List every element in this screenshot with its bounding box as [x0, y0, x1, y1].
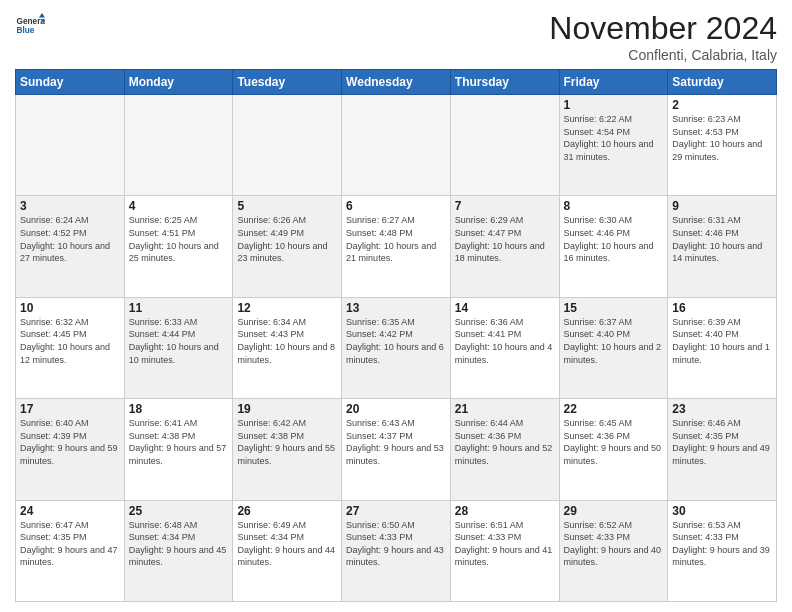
day-number: 6	[346, 199, 446, 213]
table-row: 22Sunrise: 6:45 AM Sunset: 4:36 PM Dayli…	[559, 399, 668, 500]
day-info: Sunrise: 6:24 AM Sunset: 4:52 PM Dayligh…	[20, 214, 120, 264]
day-info: Sunrise: 6:39 AM Sunset: 4:40 PM Dayligh…	[672, 316, 772, 366]
day-info: Sunrise: 6:36 AM Sunset: 4:41 PM Dayligh…	[455, 316, 555, 366]
calendar-week-row: 17Sunrise: 6:40 AM Sunset: 4:39 PM Dayli…	[16, 399, 777, 500]
calendar-week-row: 3Sunrise: 6:24 AM Sunset: 4:52 PM Daylig…	[16, 196, 777, 297]
day-info: Sunrise: 6:32 AM Sunset: 4:45 PM Dayligh…	[20, 316, 120, 366]
header-wednesday: Wednesday	[342, 70, 451, 95]
svg-text:General: General	[17, 17, 46, 26]
table-row: 11Sunrise: 6:33 AM Sunset: 4:44 PM Dayli…	[124, 297, 233, 398]
day-info: Sunrise: 6:30 AM Sunset: 4:46 PM Dayligh…	[564, 214, 664, 264]
month-title: November 2024	[549, 10, 777, 47]
table-row	[16, 95, 125, 196]
day-info: Sunrise: 6:45 AM Sunset: 4:36 PM Dayligh…	[564, 417, 664, 467]
day-info: Sunrise: 6:41 AM Sunset: 4:38 PM Dayligh…	[129, 417, 229, 467]
header-tuesday: Tuesday	[233, 70, 342, 95]
day-number: 17	[20, 402, 120, 416]
day-info: Sunrise: 6:34 AM Sunset: 4:43 PM Dayligh…	[237, 316, 337, 366]
day-number: 13	[346, 301, 446, 315]
day-number: 15	[564, 301, 664, 315]
table-row: 3Sunrise: 6:24 AM Sunset: 4:52 PM Daylig…	[16, 196, 125, 297]
day-number: 4	[129, 199, 229, 213]
day-number: 1	[564, 98, 664, 112]
day-number: 3	[20, 199, 120, 213]
table-row: 26Sunrise: 6:49 AM Sunset: 4:34 PM Dayli…	[233, 500, 342, 601]
table-row: 24Sunrise: 6:47 AM Sunset: 4:35 PM Dayli…	[16, 500, 125, 601]
table-row	[233, 95, 342, 196]
table-row: 5Sunrise: 6:26 AM Sunset: 4:49 PM Daylig…	[233, 196, 342, 297]
table-row: 25Sunrise: 6:48 AM Sunset: 4:34 PM Dayli…	[124, 500, 233, 601]
day-info: Sunrise: 6:44 AM Sunset: 4:36 PM Dayligh…	[455, 417, 555, 467]
day-number: 27	[346, 504, 446, 518]
day-info: Sunrise: 6:50 AM Sunset: 4:33 PM Dayligh…	[346, 519, 446, 569]
day-number: 16	[672, 301, 772, 315]
subtitle: Conflenti, Calabria, Italy	[549, 47, 777, 63]
table-row: 6Sunrise: 6:27 AM Sunset: 4:48 PM Daylig…	[342, 196, 451, 297]
table-row: 4Sunrise: 6:25 AM Sunset: 4:51 PM Daylig…	[124, 196, 233, 297]
day-number: 8	[564, 199, 664, 213]
day-info: Sunrise: 6:48 AM Sunset: 4:34 PM Dayligh…	[129, 519, 229, 569]
day-number: 25	[129, 504, 229, 518]
svg-text:Blue: Blue	[17, 26, 35, 35]
table-row: 14Sunrise: 6:36 AM Sunset: 4:41 PM Dayli…	[450, 297, 559, 398]
day-info: Sunrise: 6:42 AM Sunset: 4:38 PM Dayligh…	[237, 417, 337, 467]
day-number: 29	[564, 504, 664, 518]
day-info: Sunrise: 6:51 AM Sunset: 4:33 PM Dayligh…	[455, 519, 555, 569]
day-info: Sunrise: 6:22 AM Sunset: 4:54 PM Dayligh…	[564, 113, 664, 163]
table-row: 2Sunrise: 6:23 AM Sunset: 4:53 PM Daylig…	[668, 95, 777, 196]
day-number: 12	[237, 301, 337, 315]
table-row: 16Sunrise: 6:39 AM Sunset: 4:40 PM Dayli…	[668, 297, 777, 398]
day-number: 7	[455, 199, 555, 213]
table-row: 29Sunrise: 6:52 AM Sunset: 4:33 PM Dayli…	[559, 500, 668, 601]
day-number: 30	[672, 504, 772, 518]
table-row: 27Sunrise: 6:50 AM Sunset: 4:33 PM Dayli…	[342, 500, 451, 601]
calendar-table: Sunday Monday Tuesday Wednesday Thursday…	[15, 69, 777, 602]
day-number: 20	[346, 402, 446, 416]
day-number: 14	[455, 301, 555, 315]
table-row: 15Sunrise: 6:37 AM Sunset: 4:40 PM Dayli…	[559, 297, 668, 398]
day-number: 18	[129, 402, 229, 416]
table-row	[342, 95, 451, 196]
svg-marker-2	[39, 13, 45, 18]
day-number: 2	[672, 98, 772, 112]
day-info: Sunrise: 6:46 AM Sunset: 4:35 PM Dayligh…	[672, 417, 772, 467]
day-info: Sunrise: 6:29 AM Sunset: 4:47 PM Dayligh…	[455, 214, 555, 264]
day-info: Sunrise: 6:43 AM Sunset: 4:37 PM Dayligh…	[346, 417, 446, 467]
table-row: 7Sunrise: 6:29 AM Sunset: 4:47 PM Daylig…	[450, 196, 559, 297]
day-number: 11	[129, 301, 229, 315]
table-row: 28Sunrise: 6:51 AM Sunset: 4:33 PM Dayli…	[450, 500, 559, 601]
day-info: Sunrise: 6:35 AM Sunset: 4:42 PM Dayligh…	[346, 316, 446, 366]
table-row: 8Sunrise: 6:30 AM Sunset: 4:46 PM Daylig…	[559, 196, 668, 297]
header: General Blue November 2024 Conflenti, Ca…	[15, 10, 777, 63]
day-number: 23	[672, 402, 772, 416]
day-number: 24	[20, 504, 120, 518]
header-monday: Monday	[124, 70, 233, 95]
table-row: 17Sunrise: 6:40 AM Sunset: 4:39 PM Dayli…	[16, 399, 125, 500]
day-info: Sunrise: 6:47 AM Sunset: 4:35 PM Dayligh…	[20, 519, 120, 569]
header-saturday: Saturday	[668, 70, 777, 95]
day-info: Sunrise: 6:25 AM Sunset: 4:51 PM Dayligh…	[129, 214, 229, 264]
table-row: 12Sunrise: 6:34 AM Sunset: 4:43 PM Dayli…	[233, 297, 342, 398]
header-thursday: Thursday	[450, 70, 559, 95]
day-number: 9	[672, 199, 772, 213]
header-sunday: Sunday	[16, 70, 125, 95]
day-info: Sunrise: 6:40 AM Sunset: 4:39 PM Dayligh…	[20, 417, 120, 467]
table-row: 1Sunrise: 6:22 AM Sunset: 4:54 PM Daylig…	[559, 95, 668, 196]
logo: General Blue	[15, 10, 45, 40]
logo-icon: General Blue	[15, 10, 45, 40]
day-info: Sunrise: 6:31 AM Sunset: 4:46 PM Dayligh…	[672, 214, 772, 264]
table-row: 20Sunrise: 6:43 AM Sunset: 4:37 PM Dayli…	[342, 399, 451, 500]
calendar-week-row: 1Sunrise: 6:22 AM Sunset: 4:54 PM Daylig…	[16, 95, 777, 196]
table-row: 9Sunrise: 6:31 AM Sunset: 4:46 PM Daylig…	[668, 196, 777, 297]
table-row	[124, 95, 233, 196]
table-row: 19Sunrise: 6:42 AM Sunset: 4:38 PM Dayli…	[233, 399, 342, 500]
day-info: Sunrise: 6:37 AM Sunset: 4:40 PM Dayligh…	[564, 316, 664, 366]
table-row: 23Sunrise: 6:46 AM Sunset: 4:35 PM Dayli…	[668, 399, 777, 500]
title-section: November 2024 Conflenti, Calabria, Italy	[549, 10, 777, 63]
day-info: Sunrise: 6:26 AM Sunset: 4:49 PM Dayligh…	[237, 214, 337, 264]
day-number: 10	[20, 301, 120, 315]
table-row	[450, 95, 559, 196]
day-info: Sunrise: 6:33 AM Sunset: 4:44 PM Dayligh…	[129, 316, 229, 366]
day-number: 19	[237, 402, 337, 416]
day-info: Sunrise: 6:23 AM Sunset: 4:53 PM Dayligh…	[672, 113, 772, 163]
